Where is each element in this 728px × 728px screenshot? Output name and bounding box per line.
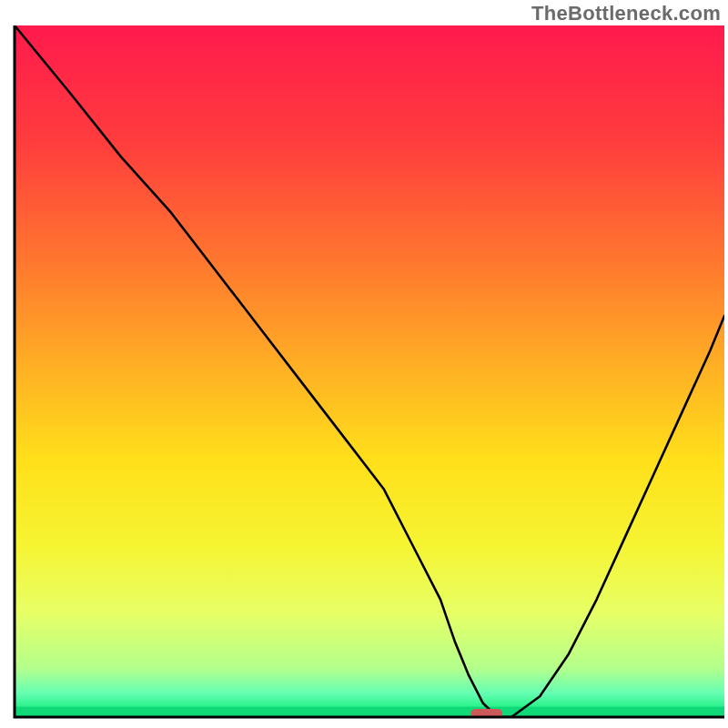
bottleneck-chart bbox=[0, 0, 728, 728]
svg-rect-2 bbox=[15, 707, 724, 717]
svg-rect-1 bbox=[15, 25, 724, 717]
chart-container: TheBottleneck.com bbox=[0, 0, 728, 728]
watermark-text: TheBottleneck.com bbox=[531, 2, 721, 25]
